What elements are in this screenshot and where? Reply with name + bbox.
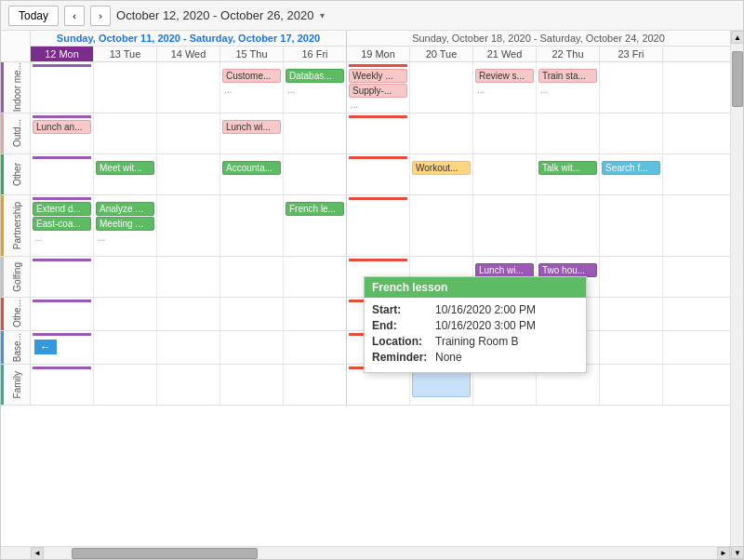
event-custome[interactable]: Custome... (222, 69, 281, 83)
v-scroll-thumb[interactable] (732, 51, 743, 107)
outdoor-cell-mon19 (347, 113, 410, 153)
next-button[interactable]: › (90, 6, 111, 26)
event-searchf[interactable]: Search f... (602, 161, 660, 175)
partnership-cell-tue20 (410, 195, 473, 256)
v-scrollbar: ▲ ▼ (730, 31, 743, 559)
resource-label-text-indoor: Indoor me... (12, 62, 22, 112)
day-header-wed14[interactable]: 14 Wed (157, 47, 220, 61)
tooltip-end-value: 10/16/2020 3:00 PM (435, 319, 536, 332)
event-family-lightblue[interactable] (412, 371, 471, 397)
day-header-thu15[interactable]: 15 Thu (220, 47, 284, 61)
event-lunchwi[interactable]: Lunch wi... (222, 120, 281, 134)
resource-label-golfing[interactable]: Golfing (1, 257, 31, 297)
tooltip-reminder-row: Reminder: None (372, 351, 578, 364)
outdoor-cell-fri16 (284, 113, 347, 153)
resource-label-other[interactable]: Other (1, 154, 31, 194)
resource-label-indoor[interactable]: Indoor me... (1, 62, 31, 113)
indoor-cell-tue20 (410, 62, 473, 113)
day-header-mon12[interactable]: 12 Mon (31, 47, 94, 61)
day-headers-row: 12 Mon 13 Tue 14 Wed 15 Thu 16 Fri 19 Mo… (31, 47, 730, 61)
resource-label-family[interactable]: Family (1, 365, 31, 405)
h-scroll-track[interactable] (44, 547, 717, 560)
resource-label-partnership[interactable]: Partnership (1, 195, 31, 256)
event-meetwit[interactable]: Meet wit... (96, 161, 154, 175)
golfing-cell-wed14 (157, 257, 220, 297)
more-link-mon19-indoor[interactable]: ... (349, 99, 407, 111)
event-workout[interactable]: Workout... (412, 161, 471, 175)
day-header-mon19[interactable]: 19 Mon (347, 47, 410, 61)
other-cell-fri23: Search f... (600, 154, 663, 194)
outdoor-cell-mon12: Lunch an... (31, 113, 94, 153)
week-title-right: Sunday, October 18, 2020 - Saturday, Oct… (347, 31, 730, 46)
outdoor-cell-wed21 (473, 113, 537, 153)
resource-label-text-family: Family (12, 371, 22, 398)
more-link-tue13-partner[interactable]: ... (96, 232, 154, 244)
event-databas[interactable]: Databas... (286, 69, 344, 83)
other-cell-fri16 (284, 154, 347, 194)
day-header-tue20[interactable]: 20 Tue (410, 47, 473, 61)
more-link-thu22-indoor[interactable]: ... (538, 84, 597, 96)
outdoor-cell-tue13 (94, 113, 157, 153)
resource-label-text-other: Other (12, 163, 22, 186)
v-scroll-down-btn[interactable]: ▼ (731, 546, 743, 559)
resource-label-text-othe: Othe... (12, 300, 22, 327)
tooltip-location-value: Training Room B (435, 335, 519, 348)
event-supply[interactable]: Supply-... (349, 84, 407, 98)
v-scroll-track[interactable] (731, 44, 743, 546)
event-talkwit[interactable]: Talk wit... (538, 161, 597, 175)
h-scroll-spacer (1, 547, 31, 559)
event-trainsta[interactable]: Train sta... (538, 69, 597, 83)
h-scroll-right-btn[interactable]: ► (717, 547, 730, 560)
event-eastcoa[interactable]: East-coa... (33, 217, 91, 231)
more-link-mon12-partner[interactable]: ... (33, 232, 91, 244)
other-cell-mon12 (31, 154, 94, 194)
resource-label-othe[interactable]: Othe... (1, 298, 31, 330)
header-label-space (1, 31, 31, 61)
event-lunchwi2[interactable]: Lunch wi... (475, 263, 534, 277)
day-header-tue13[interactable]: 13 Tue (94, 47, 157, 61)
h-scroll-left-btn[interactable]: ◄ (31, 547, 44, 560)
day-header-thu22[interactable]: 22 Thu (537, 47, 600, 61)
week-headers: Sunday, October 11, 2020 - Saturday, Oct… (31, 31, 730, 61)
other-cell-tue20: Workout... (410, 154, 473, 194)
other-cell-tue13: Meet wit... (94, 154, 157, 194)
partnership-cell-fri16: French le... (284, 195, 347, 256)
day-header-fri23[interactable]: 23 Fri (600, 47, 663, 61)
prev-button[interactable]: ‹ (64, 6, 85, 26)
indoor-cell-fri23 (600, 62, 663, 113)
calendar-container: Today ‹ › October 12, 2020 - October 26,… (0, 0, 744, 560)
week-title-row: Sunday, October 11, 2020 - Saturday, Oct… (31, 31, 730, 47)
resource-label-text-outdoor: Outd... (12, 119, 22, 147)
more-link-wed21-indoor[interactable]: ... (475, 84, 534, 96)
event-reviews[interactable]: Review s... (475, 69, 534, 83)
event-twohou[interactable]: Two hou... (538, 263, 597, 277)
event-extendd[interactable]: Extend d... (33, 202, 91, 216)
event-analyze[interactable]: Analyze ... (96, 202, 154, 216)
partnership-cells: Extend d...East-coa...... Analyze ...Mee… (31, 195, 730, 256)
day-header-fri16[interactable]: 16 Fri (284, 47, 347, 61)
other-cell-wed14 (157, 154, 220, 194)
today-button[interactable]: Today (8, 6, 59, 26)
more-link-fri16-indoor[interactable]: ... (286, 84, 344, 96)
toolbar: Today ‹ › October 12, 2020 - October 26,… (1, 1, 743, 31)
day-header-wed21[interactable]: 21 Wed (473, 47, 537, 61)
base-collapse-button[interactable]: ← (34, 340, 57, 354)
resource-row-outdoor: Outd... Lunch an... Lunch wi... (1, 113, 730, 154)
event-lunchan[interactable]: Lunch an... (33, 120, 91, 134)
tooltip-end-row: End: 10/16/2020 3:00 PM (372, 319, 578, 332)
partnership-cell-mon19 (347, 195, 410, 256)
indoor-cell-mon12 (31, 62, 94, 113)
event-weekly[interactable]: Weekly ... (349, 69, 407, 83)
event-frenchle[interactable]: French le... (286, 202, 344, 216)
outdoor-cell-tue20 (410, 113, 473, 153)
tooltip-location-label: Location: (372, 335, 435, 348)
h-scroll-track-area: ◄ ► (31, 547, 730, 559)
v-scroll-up-btn[interactable]: ▲ (731, 31, 743, 44)
h-scroll-thumb[interactable] (72, 548, 258, 559)
event-accounta[interactable]: Accounta... (222, 161, 281, 175)
more-link-thu15-indoor[interactable]: ... (222, 84, 281, 96)
resource-label-base[interactable]: Base... (1, 331, 31, 364)
event-meeting[interactable]: Meeting ... (96, 217, 154, 231)
resource-label-outdoor[interactable]: Outd... (1, 113, 31, 153)
date-range-dropdown[interactable]: ▾ (320, 10, 325, 20)
